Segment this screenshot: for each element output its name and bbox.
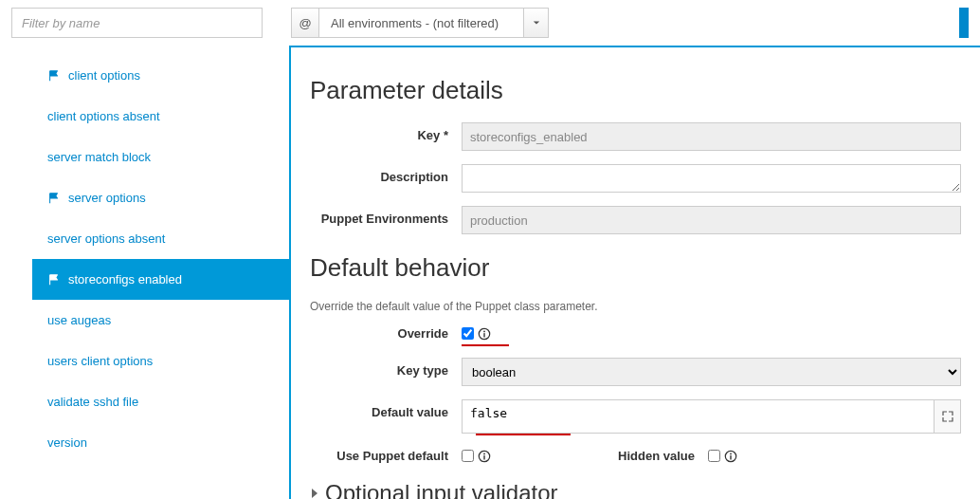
label-key-type: Key type — [310, 358, 462, 378]
label-use-puppet-default: Use Puppet default — [310, 449, 462, 463]
checkbox-override[interactable] — [462, 327, 474, 340]
select-key-type[interactable]: boolean — [462, 358, 961, 386]
sidebar-item-label: users client options — [47, 354, 153, 368]
label-puppet-environments: Puppet Environments — [310, 206, 462, 226]
sidebar-item-label: validate sshd file — [47, 395, 138, 409]
checkbox-use-puppet-default[interactable] — [462, 450, 474, 462]
content-panel: Parameter details Key * Description Pupp… — [289, 46, 980, 499]
label-description: Description — [310, 164, 462, 184]
environment-text: All environments - (not filtered) — [319, 16, 523, 30]
svg-rect-2 — [483, 333, 484, 337]
svg-rect-5 — [483, 455, 484, 459]
svg-point-4 — [483, 453, 485, 454]
label-key: Key * — [310, 122, 462, 142]
flag-icon — [47, 69, 61, 83]
svg-rect-8 — [730, 455, 731, 459]
label-default-value: Default value — [310, 399, 462, 419]
sidebar-item-label: storeconfigs enabled — [68, 272, 182, 286]
sidebar-item-label: client options absent — [47, 109, 160, 123]
highlight-underline — [462, 344, 509, 346]
sidebar-item-client-options[interactable]: client options — [0, 55, 289, 96]
input-key — [462, 122, 961, 151]
sidebar-item-users-client-options[interactable]: users client options — [0, 341, 289, 381]
info-icon[interactable] — [478, 327, 491, 341]
label-override: Override — [310, 326, 462, 341]
input-puppet-environments — [462, 206, 961, 234]
sidebar-item-server-match-block[interactable]: server match block — [0, 137, 289, 177]
collapsible-label: Optional input validator — [325, 480, 557, 499]
sidebar-item-validate-sshd-file[interactable]: validate sshd file — [0, 381, 289, 422]
highlight-underline — [476, 434, 571, 435]
filter-input[interactable] — [11, 8, 263, 38]
flag-icon — [47, 192, 61, 205]
sidebar-item-use-augeas[interactable]: use augeas — [0, 300, 289, 341]
primary-action-button[interactable] — [959, 8, 969, 38]
label-hidden-value: Hidden value — [594, 449, 708, 463]
at-symbol: @ — [291, 8, 319, 38]
checkbox-hidden-value[interactable] — [708, 450, 720, 462]
sidebar-item-label: server match block — [47, 150, 151, 164]
caret-down-icon — [523, 9, 548, 37]
sidebar-item-label: client options — [68, 68, 140, 83]
section-title-parameter-details: Parameter details — [310, 76, 961, 105]
top-bar: @ All environments - (not filtered) — [0, 0, 980, 46]
info-icon[interactable] — [478, 450, 491, 463]
svg-point-7 — [730, 453, 732, 454]
svg-point-1 — [483, 330, 485, 332]
parameter-sidebar: client optionsclient options absentserve… — [0, 46, 289, 499]
sidebar-item-server-options-absent[interactable]: server options absent — [0, 218, 289, 259]
section-title-default-behavior: Default behavior — [310, 253, 961, 283]
helper-text: Override the default value of the Puppet… — [310, 300, 961, 313]
collapsible-optional-input-validator[interactable]: Optional input validator — [310, 480, 961, 499]
sidebar-item-client-options-absent[interactable]: client options absent — [0, 96, 289, 137]
environment-dropdown[interactable]: All environments - (not filtered) — [319, 8, 549, 38]
sidebar-item-label: use augeas — [47, 313, 111, 327]
sidebar-item-version[interactable]: version — [0, 422, 289, 463]
sidebar-item-label: version — [47, 435, 87, 450]
input-default-value[interactable] — [462, 399, 935, 434]
expand-button[interactable] — [935, 399, 961, 434]
sidebar-item-storeconfigs-enabled[interactable]: storeconfigs enabled — [32, 259, 289, 300]
input-description[interactable] — [462, 164, 961, 193]
sidebar-item-label: server options — [68, 191, 146, 205]
sidebar-item-server-options[interactable]: server options — [0, 177, 289, 218]
environment-selector[interactable]: @ All environments - (not filtered) — [291, 8, 549, 38]
sidebar-item-label: server options absent — [47, 231, 165, 246]
info-icon[interactable] — [724, 450, 737, 463]
flag-icon — [47, 273, 61, 286]
